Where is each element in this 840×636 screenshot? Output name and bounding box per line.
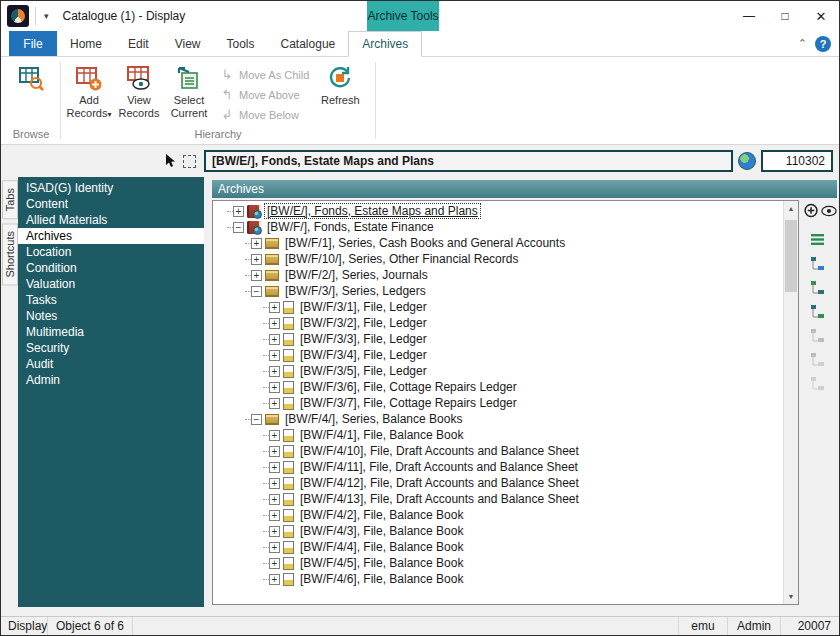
expand-toggle-icon[interactable]: − <box>251 286 262 297</box>
ribbon-tab-file[interactable]: File <box>9 31 57 56</box>
tree-row[interactable]: +[BW/F/3/7], File, Cottage Repairs Ledge… <box>227 395 783 411</box>
add-child-icon[interactable] <box>810 256 825 271</box>
ribbon-tab-archives[interactable]: Archives <box>348 31 422 57</box>
tree-row[interactable]: +[BW/F/4/5], File, Balance Book <box>227 555 783 571</box>
add-sibling-below-icon[interactable] <box>810 304 825 319</box>
sidebar-item-allied-materials[interactable]: Allied Materials <box>18 212 204 228</box>
sidebar-item-content[interactable]: Content <box>18 196 204 212</box>
sidebar-item-location[interactable]: Location <box>18 244 204 260</box>
add-records-dropdown-icon[interactable]: ▾ <box>107 110 111 119</box>
tree-row[interactable]: +[BW/E/], Fonds, Estate Maps and Plans <box>227 203 783 219</box>
expand-toggle-icon[interactable]: + <box>233 206 244 217</box>
expand-toggle-icon[interactable]: − <box>251 414 262 425</box>
add-record-icon[interactable] <box>804 203 818 218</box>
add-records-button[interactable]: Add Records▾ <box>64 61 114 120</box>
expand-toggle-icon[interactable]: + <box>269 302 280 313</box>
expand-toggle-icon[interactable]: + <box>251 270 262 281</box>
move-above-tree-icon[interactable] <box>810 352 825 367</box>
ribbon-tab-view[interactable]: View <box>162 31 214 56</box>
sidebar-item-tasks[interactable]: Tasks <box>18 292 204 308</box>
tree-row[interactable]: +[BW/F/4/6], File, Balance Book <box>227 571 783 587</box>
ribbon-tab-tools[interactable]: Tools <box>214 31 268 56</box>
expand-toggle-icon[interactable]: + <box>269 446 280 457</box>
close-button[interactable]: ✕ <box>803 1 839 31</box>
tree-row[interactable]: +[BW/F/4/4], File, Balance Book <box>227 539 783 555</box>
tree-row[interactable]: +[BW/F/3/4], File, Ledger <box>227 347 783 363</box>
expand-toggle-icon[interactable]: + <box>269 350 280 361</box>
view-record-icon[interactable] <box>821 205 837 217</box>
expand-toggle-icon[interactable]: + <box>269 574 280 585</box>
scrollbar-thumb[interactable] <box>785 220 797 292</box>
sidebar-item-multimedia[interactable]: Multimedia <box>18 324 204 340</box>
tree-row[interactable]: +[BW/F/3/6], File, Cottage Repairs Ledge… <box>227 379 783 395</box>
globe-icon[interactable] <box>738 152 756 170</box>
expand-toggle-icon[interactable]: + <box>269 510 280 521</box>
maximize-button[interactable]: □ <box>767 1 803 31</box>
minimize-button[interactable]: — <box>731 1 767 31</box>
view-records-button[interactable]: View Records <box>114 61 164 120</box>
current-record-field[interactable]: [BW/E/], Fonds, Estate Maps and Plans <box>204 150 733 172</box>
collapse-ribbon-icon[interactable]: ⌃ <box>798 37 807 50</box>
tree-row[interactable]: +[BW/F/3/2], File, Ledger <box>227 315 783 331</box>
sidebar-item-notes[interactable]: Notes <box>18 308 204 324</box>
tree-row[interactable]: −[BW/F/3/], Series, Ledgers <box>227 283 783 299</box>
move-as-child-tree-icon[interactable] <box>810 328 825 343</box>
expand-toggle-icon[interactable]: + <box>269 382 280 393</box>
tree-row[interactable]: +[BW/F/4/11], File, Draft Accounts and B… <box>227 459 783 475</box>
tree-row[interactable]: +[BW/F/4/12], File, Draft Accounts and B… <box>227 475 783 491</box>
expand-toggle-icon[interactable]: + <box>269 558 280 569</box>
move-as-child-button[interactable]: ↳ Move As Child <box>220 67 309 82</box>
expand-toggle-icon[interactable]: − <box>233 222 244 233</box>
tree-row[interactable]: +[BW/F/3/3], File, Ledger <box>227 331 783 347</box>
scroll-down-icon[interactable]: ▼ <box>784 589 798 604</box>
move-below-button[interactable]: ↲ Move Below <box>220 107 309 122</box>
sidebar-item-archives[interactable]: Archives <box>18 228 204 244</box>
help-icon[interactable]: ? <box>815 36 831 52</box>
ribbon-tab-edit[interactable]: Edit <box>115 31 162 56</box>
tree-row[interactable]: +[BW/F/4/13], File, Draft Accounts and B… <box>227 491 783 507</box>
move-below-tree-icon[interactable] <box>810 376 825 391</box>
pointer-select-icon[interactable] <box>165 154 177 168</box>
ribbon-tab-home[interactable]: Home <box>57 31 115 56</box>
expand-toggle-icon[interactable]: + <box>269 318 280 329</box>
sidebar-item-security[interactable]: Security <box>18 340 204 356</box>
scroll-up-icon[interactable]: ▲ <box>784 201 798 216</box>
quick-access-dropdown-icon[interactable]: ▾ <box>40 11 53 21</box>
tree-row[interactable]: +[BW/F/4/3], File, Balance Book <box>227 523 783 539</box>
app-logo-icon[interactable] <box>7 5 29 27</box>
expand-toggle-icon[interactable]: + <box>251 238 262 249</box>
tree-row[interactable]: +[BW/F/4/1], File, Balance Book <box>227 427 783 443</box>
select-current-button[interactable]: Select Current <box>164 61 214 120</box>
expand-toggle-icon[interactable]: + <box>269 334 280 345</box>
sidebar-item-audit[interactable]: Audit <box>18 356 204 372</box>
expand-toggle-icon[interactable]: + <box>269 366 280 377</box>
expand-toggle-icon[interactable]: + <box>269 478 280 489</box>
tabs-strip-button[interactable]: Tabs <box>2 180 18 219</box>
refresh-button[interactable]: Refresh <box>315 61 365 107</box>
tree-row[interactable]: +[BW/F/4/2], File, Balance Book <box>227 507 783 523</box>
vertical-scrollbar[interactable]: ▲ ▼ <box>783 201 798 604</box>
tree-row[interactable]: +[BW/F/10/], Series, Other Financial Rec… <box>227 251 783 267</box>
add-sibling-above-icon[interactable] <box>810 280 825 295</box>
sidebar-item-condition[interactable]: Condition <box>18 260 204 276</box>
tree-row[interactable]: +[BW/F/1], Series, Cash Books and Genera… <box>227 235 783 251</box>
marquee-select-icon[interactable] <box>183 155 196 168</box>
tree-row[interactable]: −[BW/F/4/], Series, Balance Books <box>227 411 783 427</box>
expand-toggle-icon[interactable]: + <box>251 254 262 265</box>
select-current-tree-icon[interactable] <box>810 232 825 247</box>
scrollbar-track[interactable] <box>784 216 798 589</box>
expand-toggle-icon[interactable]: + <box>269 462 280 473</box>
tree-row[interactable]: −[BW/F/], Fonds, Estate Finance <box>227 219 783 235</box>
tree-row[interactable]: +[BW/F/4/10], File, Draft Accounts and B… <box>227 443 783 459</box>
expand-toggle-icon[interactable]: + <box>269 526 280 537</box>
expand-toggle-icon[interactable]: + <box>269 494 280 505</box>
tree-row[interactable]: +[BW/F/3/5], File, Ledger <box>227 363 783 379</box>
expand-toggle-icon[interactable]: + <box>269 430 280 441</box>
irn-field[interactable]: 110302 <box>761 150 833 172</box>
tree-row[interactable]: +[BW/F/3/1], File, Ledger <box>227 299 783 315</box>
expand-toggle-icon[interactable]: + <box>269 542 280 553</box>
expand-toggle-icon[interactable]: + <box>269 398 280 409</box>
ribbon-tab-catalogue[interactable]: Catalogue <box>268 31 349 56</box>
sidebar-item-valuation[interactable]: Valuation <box>18 276 204 292</box>
move-above-button[interactable]: ↰ Move Above <box>220 87 309 102</box>
